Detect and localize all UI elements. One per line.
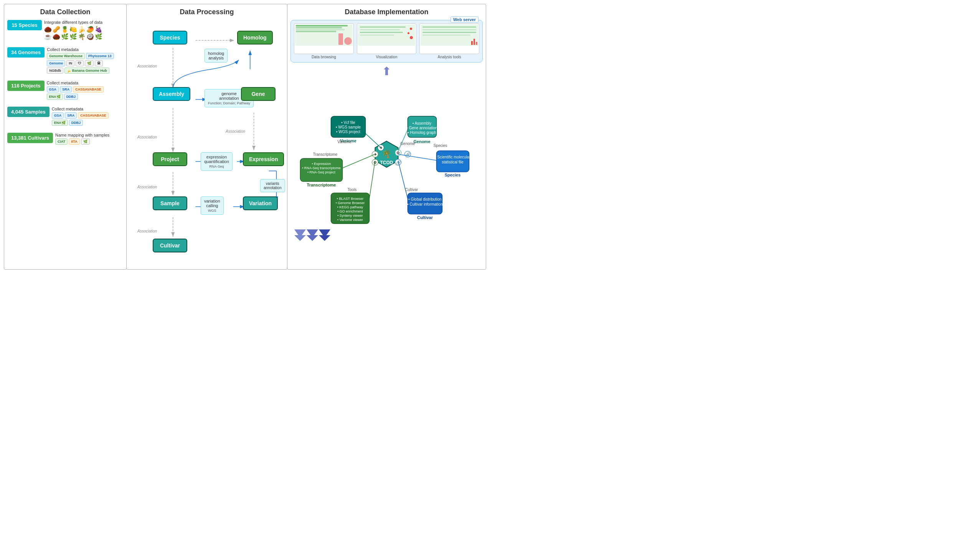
node-assembly: Assembly xyxy=(153,87,190,101)
svg-text:• WGS sample: • WGS sample xyxy=(336,125,361,129)
logo-phytozome: Phytozome 13 xyxy=(86,53,114,59)
hex-network: 🌴 TCOD • Assembly • Gene annotation • Ho… xyxy=(290,80,483,245)
assoc-label-1: Association xyxy=(137,64,157,68)
samples-row: 4,045 Samples Collect metadata GSA SRA C… xyxy=(7,107,123,126)
svg-text:• Expression: • Expression xyxy=(312,162,331,166)
svg-line-65 xyxy=(398,154,437,160)
data-processing-section: Data Processing xyxy=(126,4,287,270)
projects-logos: GSA SRA CASSAVABASE xyxy=(47,86,104,92)
expression-quant-box: expressionquantification RNA-Seq xyxy=(201,152,233,171)
genomes-info: Collect metadata Genome Warehouse Phytoz… xyxy=(47,47,114,74)
data-browsing-label: Data browsing xyxy=(294,55,354,59)
logo-shield3: 🏛 xyxy=(95,60,103,66)
logo-gsa2: GSA xyxy=(52,112,64,119)
data-collection-title: Data Collection xyxy=(7,8,123,16)
analysis-tools-label: Analysis tools xyxy=(419,55,479,59)
genomes-logos3: NGBdb 🍌 Banana Genome Hub xyxy=(47,68,114,74)
analysis-tools-content xyxy=(419,23,479,54)
svg-text:• GO enrichment: • GO enrichment xyxy=(337,209,363,213)
svg-text:Species: Species xyxy=(434,143,447,148)
svg-text:Cultivar: Cultivar xyxy=(417,215,433,220)
node-project: Project xyxy=(153,152,187,166)
logo-cultivar3: 🌿 xyxy=(81,138,90,145)
data-browsing-panel: Data browsing xyxy=(294,23,354,59)
logo-banana: 🍌 Banana Genome Hub xyxy=(64,68,109,74)
genomes-collect-info: Collect metadata xyxy=(47,47,114,52)
svg-text:🌴: 🌴 xyxy=(382,149,391,158)
projects-logos2: ENA🌿 DDBJ xyxy=(47,94,104,100)
genomes-row: 34 Genomes Collect metadata Genome Wareh… xyxy=(7,47,123,74)
projects-label: 116 Projects xyxy=(7,81,45,91)
svg-text:• RNA-Seq transcriptome: • RNA-Seq transcriptome xyxy=(302,166,341,170)
genomes-logos2: Genome IN 🛡 🌿 🏛 xyxy=(47,60,114,66)
svg-line-67 xyxy=(370,161,375,199)
svg-line-68 xyxy=(343,154,375,168)
chevron-arrows xyxy=(294,229,330,241)
analysis-tools-panel: Analysis tools xyxy=(419,23,479,59)
main-container: Data Collection 15 Species Integrate dif… xyxy=(0,0,490,274)
db-visual xyxy=(295,25,353,46)
svg-line-69 xyxy=(366,134,381,148)
node-homolog: Homolog xyxy=(237,31,273,44)
svg-text:Transcriptome: Transcriptome xyxy=(307,183,336,187)
svg-text:• RNA-Seq project: • RNA-Seq project xyxy=(307,170,336,174)
genomes-label: 34 Genomes xyxy=(7,47,45,58)
logo-shield1: 🛡 xyxy=(76,60,84,66)
cultivars-logos: CIAT IITA 🌿 xyxy=(55,138,109,145)
logo-ena2: ENA🌿 xyxy=(52,120,68,126)
assoc-label-2: Association xyxy=(137,135,157,139)
species-collect-info: Integrate different types of data xyxy=(44,20,103,25)
samples-collect-info: Collect metadata xyxy=(52,107,109,111)
projects-collect-info: Collect metadata xyxy=(47,81,104,85)
logo-genome: Genome xyxy=(47,60,65,66)
projects-info: Collect metadata GSA SRA CASSAVABASE ENA… xyxy=(47,81,104,100)
web-server-box: Web server Data browsing xyxy=(290,20,483,63)
fruit-icons2: ☕🌰🌿🌿🌴🥥🌿 xyxy=(44,33,103,40)
web-server-label: Web server xyxy=(450,16,478,23)
cultivars-label: 13,381 Cultivars xyxy=(7,133,53,143)
svg-text:• Cultivar information: • Cultivar information xyxy=(407,202,442,206)
samples-logos: GSA SRA CASSAVABASE xyxy=(52,112,109,119)
svg-text:Variome: Variome xyxy=(337,140,351,144)
hex-svg: 🌴 TCOD • Assembly • Gene annotation • Ho… xyxy=(290,80,483,245)
database-implementation-title: Database Implementation xyxy=(290,8,483,16)
svg-text:• Assembly: • Assembly xyxy=(412,121,431,125)
svg-text:Transcriptome: Transcriptome xyxy=(313,152,338,157)
database-implementation-section: Database Implementation Web server xyxy=(287,4,486,270)
logo-in: IN xyxy=(66,60,74,66)
processing-inner: Species Homolog homologanalysis Associat… xyxy=(130,20,284,265)
svg-text:• Homolog graph: • Homolog graph xyxy=(408,130,436,135)
logo-ngbdb: NGBdb xyxy=(47,68,63,74)
svg-text:statistical file: statistical file xyxy=(442,160,464,164)
svg-text:• Synteny viewer: • Synteny viewer xyxy=(337,214,363,218)
visualization-label: Visualization xyxy=(357,55,417,59)
visualization-content xyxy=(357,23,417,54)
svg-line-64 xyxy=(398,130,408,151)
node-sample: Sample xyxy=(153,196,187,210)
species-label: 15 Species xyxy=(7,20,42,30)
node-gene: Gene xyxy=(241,87,276,101)
logo-sra: SRA xyxy=(60,86,72,92)
samples-info: Collect metadata GSA SRA CASSAVABASE ENA… xyxy=(52,107,109,126)
web-server-inner: Data browsing xyxy=(294,23,479,59)
svg-text:• Gene annotation: • Gene annotation xyxy=(406,126,437,130)
visualization-panel: Visualization xyxy=(357,23,417,59)
logo-cassavabase: CASSAVABASE xyxy=(73,86,104,92)
fruit-icons: 🌰🥜🍍🍋🍌🥭🍇 xyxy=(44,26,103,33)
up-arrow: ⬆ xyxy=(290,64,483,78)
svg-text:• BLAST Browser: • BLAST Browser xyxy=(337,197,364,201)
svg-line-66 xyxy=(398,161,408,199)
svg-text:• Genome Browser: • Genome Browser xyxy=(336,201,365,205)
svg-text:Cultivar: Cultivar xyxy=(405,188,419,192)
node-cultivar: Cultivar xyxy=(153,239,187,252)
variants-annotation-box: variantsannotation xyxy=(260,179,285,192)
svg-text:• Vcf file: • Vcf file xyxy=(341,120,355,125)
svg-text:• Scientific molecular: • Scientific molecular xyxy=(435,155,470,159)
homolog-analysis-box: homologanalysis xyxy=(205,49,228,63)
data-browsing-content xyxy=(294,23,354,54)
logo-ciat: CIAT xyxy=(55,138,68,145)
samples-logos2: ENA🌿 DDBJ xyxy=(52,120,109,126)
assoc-label-3: Association xyxy=(137,185,157,189)
node-species: Species xyxy=(153,31,187,44)
svg-text:TCOD: TCOD xyxy=(380,160,393,165)
